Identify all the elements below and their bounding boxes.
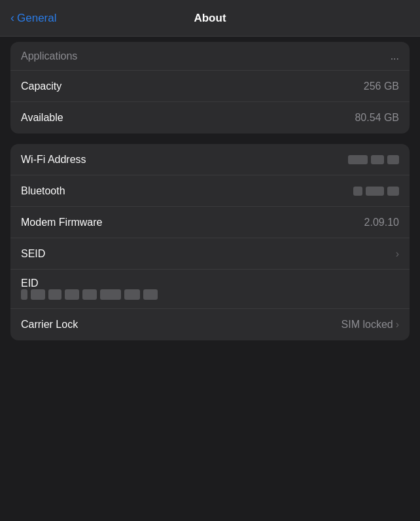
modem-firmware-value: 2.09.10 — [364, 217, 399, 228]
blur-block — [124, 289, 140, 300]
chevron-right-icon: › — [396, 319, 399, 331]
blur-block — [82, 289, 97, 300]
blur-block — [21, 289, 27, 300]
wifi-address-value — [348, 155, 399, 164]
seid-row[interactable]: SEID › — [10, 238, 410, 270]
eid-value — [21, 289, 399, 300]
blur-block — [31, 289, 45, 300]
blur-block — [348, 155, 368, 164]
bluetooth-row: Bluetooth — [10, 175, 410, 207]
modem-firmware-label: Modem Firmware — [21, 217, 102, 228]
eid-row: EID — [10, 270, 410, 309]
table-row: Available 80.54 GB — [10, 102, 410, 134]
section-storage-card: Applications ... Capacity 256 GB Availab… — [10, 42, 410, 134]
back-label: General — [17, 12, 56, 25]
wifi-address-label: Wi-Fi Address — [21, 154, 86, 166]
blur-block — [387, 155, 399, 164]
chevron-right-icon: › — [396, 248, 399, 260]
available-value: 80.54 GB — [355, 112, 399, 124]
navigation-bar: ‹ General About — [0, 0, 420, 37]
carrier-lock-value: SIM locked — [341, 319, 393, 331]
blur-block — [65, 289, 79, 300]
blur-block — [371, 155, 384, 164]
back-button[interactable]: ‹ General — [10, 11, 56, 25]
modem-firmware-row: Modem Firmware 2.09.10 — [10, 207, 410, 238]
applications-label: Applications — [21, 50, 77, 62]
available-label: Available — [21, 112, 63, 124]
blur-block — [143, 289, 158, 300]
bluetooth-label: Bluetooth — [21, 185, 65, 197]
wifi-address-row: Wi-Fi Address — [10, 144, 410, 175]
blur-block — [100, 289, 121, 300]
section-network-card: Wi-Fi Address Bluetooth Modem Firmware 2… — [10, 144, 410, 340]
blur-block — [353, 187, 362, 196]
table-row: Capacity 256 GB — [10, 71, 410, 102]
blur-block — [387, 187, 399, 196]
carrier-lock-label: Carrier Lock — [21, 319, 78, 331]
applications-value: ... — [391, 50, 399, 62]
capacity-value: 256 GB — [364, 81, 399, 92]
page-title: About — [194, 12, 226, 25]
carrier-lock-row[interactable]: Carrier Lock SIM locked › — [10, 309, 410, 340]
eid-label: EID — [21, 278, 39, 289]
blur-block — [366, 187, 384, 196]
table-row: Applications ... — [10, 42, 410, 71]
carrier-lock-value-group: SIM locked › — [341, 319, 399, 331]
blur-block — [48, 289, 61, 300]
bluetooth-value — [353, 187, 399, 196]
seid-label: SEID — [21, 248, 45, 260]
capacity-label: Capacity — [21, 81, 61, 92]
content-area: Applications ... Capacity 256 GB Availab… — [0, 42, 420, 340]
chevron-left-icon: ‹ — [10, 11, 14, 25]
